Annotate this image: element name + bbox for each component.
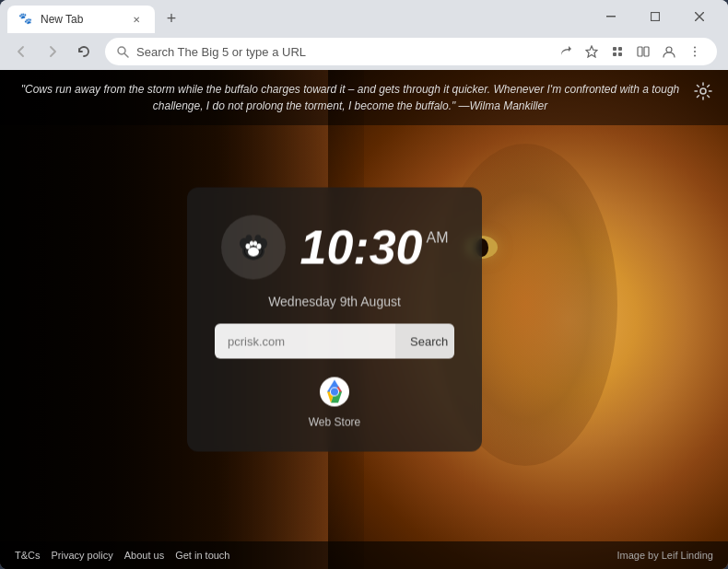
address-text: Search The Big 5 or type a URL [136, 45, 306, 59]
clock-section: 10:30 AM [300, 224, 449, 272]
svg-rect-1 [652, 13, 660, 21]
svg-point-25 [245, 244, 250, 250]
split-screen-icon[interactable] [632, 41, 654, 63]
clock-ampm: AM [427, 231, 449, 246]
svg-point-27 [250, 241, 253, 247]
address-bar-icons [555, 41, 706, 63]
menu-icon[interactable] [684, 41, 706, 63]
close-button[interactable] [678, 2, 721, 31]
svg-marker-6 [586, 46, 597, 57]
footer-link-privacy[interactable]: Privacy policy [52, 550, 113, 561]
page-content: "Cows run away from the storm while the … [0, 70, 728, 569]
svg-rect-0 [606, 16, 616, 17]
footer-links: T&Cs Privacy policy About us Get in touc… [15, 550, 230, 561]
search-button[interactable]: Search [395, 324, 454, 359]
footer-link-tcs[interactable]: T&Cs [15, 550, 41, 561]
window-controls [590, 2, 721, 31]
quote-text: "Cows run away from the storm while the … [21, 83, 679, 112]
active-tab[interactable]: 🐾 New Tab ✕ [7, 6, 155, 33]
nav-bar: Search The Big 5 or type a URL [0, 33, 728, 70]
bookmark-item[interactable]: Web Store [309, 374, 360, 429]
share-icon[interactable] [555, 41, 577, 63]
search-icon [116, 45, 129, 58]
clock-digits: 10:30 [300, 224, 423, 272]
main-panel: 10:30 AM Wednesday 9th August Search [187, 188, 482, 452]
svg-line-5 [124, 53, 128, 57]
maximize-button[interactable] [634, 2, 676, 31]
forward-button[interactable] [39, 38, 66, 65]
tab-title: New Tab [41, 13, 122, 26]
svg-rect-11 [638, 47, 642, 56]
quote-bar: "Cows run away from the storm while the … [0, 70, 728, 125]
svg-point-29 [248, 248, 259, 257]
footer: T&Cs Privacy policy About us Get in touc… [0, 541, 728, 569]
tabs-area: 🐾 New Tab ✕ + [7, 0, 590, 33]
footer-credit: Image by Leif Linding [616, 550, 713, 561]
search-input[interactable] [215, 324, 395, 359]
svg-point-26 [256, 244, 261, 250]
clock-date: Wednesday 9th August [215, 295, 454, 309]
svg-point-28 [253, 241, 257, 247]
bookmark-star-icon[interactable] [581, 41, 603, 63]
svg-point-15 [694, 51, 696, 52]
svg-point-13 [666, 47, 672, 52]
footer-link-about[interactable]: About us [124, 550, 164, 561]
address-bar[interactable]: Search The Big 5 or type a URL [105, 38, 717, 65]
title-bar: 🐾 New Tab ✕ + [0, 0, 728, 33]
svg-point-32 [331, 389, 338, 396]
bookmarks-row: Web Store [309, 374, 360, 429]
tab-favicon: 🐾 [18, 12, 33, 27]
svg-rect-10 [618, 52, 622, 56]
svg-point-14 [694, 47, 696, 49]
svg-rect-12 [644, 47, 649, 56]
clock-time: 10:30 AM [300, 224, 449, 272]
svg-point-17 [700, 88, 706, 94]
back-button[interactable] [7, 38, 35, 65]
profile-icon[interactable] [658, 41, 680, 63]
tab-close-button[interactable]: ✕ [129, 12, 144, 27]
svg-rect-9 [613, 52, 616, 56]
new-tab-button[interactable]: + [159, 6, 184, 31]
reload-button[interactable] [70, 38, 98, 65]
logo-clock-row: 10:30 AM [215, 215, 454, 280]
bookmark-label: Web Store [309, 416, 360, 429]
settings-button[interactable] [689, 77, 717, 105]
extensions-icon[interactable] [606, 41, 628, 63]
paw-logo-icon [233, 227, 274, 268]
app-logo [221, 215, 286, 280]
svg-rect-8 [618, 47, 622, 51]
svg-point-16 [694, 55, 696, 57]
footer-link-contact[interactable]: Get in touch [175, 550, 229, 561]
svg-rect-7 [613, 47, 616, 51]
search-bar[interactable]: Search [215, 324, 454, 359]
bookmark-icon [316, 374, 353, 411]
minimize-button[interactable] [590, 2, 632, 31]
browser-frame: 🐾 New Tab ✕ + [0, 0, 728, 569]
